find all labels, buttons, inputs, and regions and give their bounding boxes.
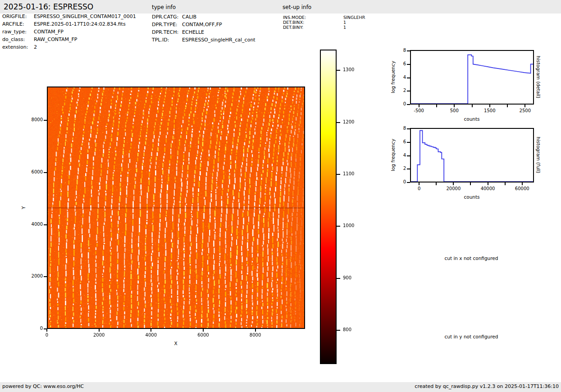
field-value: ECHELLE xyxy=(182,28,204,36)
type-info-row: DPR.CATG:CALIB xyxy=(152,13,283,21)
field-label: TPL.ID: xyxy=(152,36,182,44)
field-label: ORIGFILE: xyxy=(2,13,34,20)
x-tick-mark xyxy=(454,105,455,107)
field-value: RAW_CONTAM_FP xyxy=(34,36,77,43)
file-info-row: do_class:RAW_CONTAM_FP xyxy=(2,36,151,43)
colorbar-tick-mark xyxy=(337,174,340,175)
y-tick-label: 2000 xyxy=(25,273,43,278)
type-info-row: TPL.ID:ESPRESSO_singleHR_cal_cont xyxy=(152,36,283,44)
y-tick-label: 0 xyxy=(388,101,406,106)
colorbar-tick-mark xyxy=(337,330,340,331)
y-tick-mark xyxy=(44,328,47,329)
x-tick-mark xyxy=(151,329,151,332)
main-x-axis-label: X xyxy=(174,341,177,346)
field-value: ESPRESSO_SINGLEHR_CONTAM017_0001 xyxy=(34,13,136,20)
setup-info-row: INS.MODE:SINGLEHR xyxy=(283,15,400,20)
field-label: DET.BINX: xyxy=(283,20,343,25)
x-tick-label: 40000 xyxy=(474,186,502,191)
y-tick-label: 6000 xyxy=(25,169,43,174)
y-tick-label: 2 xyxy=(388,166,406,171)
x-tick-label: 8000 xyxy=(242,333,269,337)
type-info-header: type info xyxy=(152,4,176,10)
y-tick-mark xyxy=(44,172,47,173)
field-label: DET.BINY: xyxy=(283,25,343,30)
hist-detail-right-label: histogram (detail) xyxy=(536,56,541,98)
setup-info-row: DET.BINX:1 xyxy=(283,20,400,25)
type-info-row: DPR.TYPE:CONTAM,OFF,FP xyxy=(152,21,283,28)
x-tick-mark xyxy=(419,105,420,107)
file-info-row: extension:2 xyxy=(2,43,151,51)
colorbar-tick-mark xyxy=(337,122,340,123)
x-tick-label: 0 xyxy=(406,186,433,191)
field-value: 1 xyxy=(343,25,346,30)
y-tick-mark xyxy=(44,276,47,277)
colorbar-tick-label: 900 xyxy=(343,275,351,280)
file-info-block: ORIGFILE:ESPRESSO_SINGLEHR_CONTAM017_000… xyxy=(2,13,151,51)
y-tick-label: 4000 xyxy=(25,222,43,227)
y-tick-label: 8 xyxy=(388,126,406,131)
x-tick-label: 2500 xyxy=(511,108,538,113)
x-tick-label: 6000 xyxy=(190,333,217,337)
field-value: 1 xyxy=(343,20,346,25)
type-info-row: DPR.TECH:ECHELLE xyxy=(152,28,283,36)
y-tick-mark xyxy=(407,50,410,51)
y-tick-label: 6 xyxy=(388,61,406,66)
x-tick-mark xyxy=(505,182,506,185)
colorbar-tick-label: 1100 xyxy=(343,171,354,176)
y-tick-label: 6 xyxy=(388,139,406,144)
cut-x-message: cut in x not configured xyxy=(445,255,498,261)
colorbar-tick-label: 1300 xyxy=(343,67,354,72)
file-info-row: raw_type:CONTAM_FP xyxy=(2,28,151,36)
hist-detail-xlabel: counts xyxy=(464,116,479,122)
raw-frame-image xyxy=(48,87,304,328)
y-tick-label: 0 xyxy=(25,326,43,331)
file-info-row: ARCFILE:ESPRE.2025-01-17T10:24:02.834.fi… xyxy=(2,20,151,28)
cut-y-message: cut in y not configured xyxy=(445,334,498,339)
page-title: 2025-01-16: ESPRESSO xyxy=(4,2,93,11)
x-tick-mark xyxy=(99,329,100,332)
x-tick-mark xyxy=(436,105,437,107)
x-tick-mark xyxy=(470,182,471,185)
y-tick-mark xyxy=(407,64,410,65)
file-info-row: ORIGFILE:ESPRESSO_SINGLEHR_CONTAM017_000… xyxy=(2,13,151,20)
histogram-detail-plot xyxy=(410,50,534,105)
field-label: ARCFILE: xyxy=(2,20,34,28)
x-tick-mark xyxy=(255,329,256,332)
field-label: DPR.TYPE: xyxy=(152,21,182,28)
y-tick-mark xyxy=(407,77,410,78)
footer-right-text: created by qc_rawdisp.py v1.2.3 on 2025-… xyxy=(415,383,559,389)
x-tick-label: 20000 xyxy=(440,186,467,191)
field-label: raw_type: xyxy=(2,28,34,36)
y-tick-label: 8 xyxy=(388,48,406,53)
x-tick-mark xyxy=(203,329,204,332)
x-tick-label: 4000 xyxy=(137,333,164,337)
x-tick-label: 0 xyxy=(33,333,60,337)
y-tick-label: 8000 xyxy=(25,117,43,122)
y-tick-label: 4 xyxy=(388,75,406,80)
field-label: DPR.CATG: xyxy=(152,13,182,21)
x-tick-mark xyxy=(419,182,420,185)
x-tick-label: 1500 xyxy=(476,108,503,113)
y-tick-label: 2 xyxy=(388,88,406,93)
raw-frame-plot xyxy=(47,87,305,329)
x-tick-label: 60000 xyxy=(509,186,536,191)
x-tick-label: -500 xyxy=(406,108,433,113)
y-tick-mark xyxy=(407,182,410,183)
field-value: CONTAM,OFF,FP xyxy=(182,21,222,28)
y-tick-label: 4 xyxy=(388,153,406,158)
histogram-detail-curve xyxy=(411,51,533,104)
histogram-detail-line xyxy=(411,55,533,104)
setup-info-row: DET.BINY:1 xyxy=(283,25,400,30)
hist-full-right-label: histogram (full) xyxy=(536,137,541,173)
qc-rawdisp-page: 2025-01-16: ESPRESSO type info set-up in… xyxy=(0,0,561,392)
x-tick-mark xyxy=(525,105,525,107)
x-tick-mark xyxy=(472,105,473,107)
y-tick-mark xyxy=(407,104,410,105)
footer-left-text: powered by QC: www.eso.org/HC xyxy=(2,383,84,389)
y-tick-mark xyxy=(407,142,410,143)
field-label: DPR.TECH: xyxy=(152,28,182,36)
x-tick-mark xyxy=(522,182,523,185)
histogram-full-plot xyxy=(410,128,534,182)
setup-info-header: set-up info xyxy=(283,4,311,10)
colorbar-tick-label: 1000 xyxy=(343,223,354,228)
